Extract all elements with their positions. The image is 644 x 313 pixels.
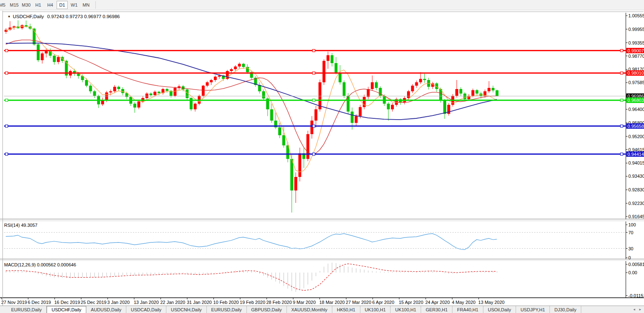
hline-handle[interactable] (620, 153, 623, 155)
symbol-tab-audusd-2[interactable]: AUDUSD,Daily (86, 306, 126, 313)
rsi-axis-label: 100 (628, 222, 636, 227)
symbol-tab-uk100-9[interactable]: UK100,H1 (360, 306, 391, 313)
hline-handle[interactable] (5, 49, 8, 52)
candle-body (230, 69, 233, 71)
timeframe-button-w1[interactable]: W1 (69, 1, 80, 9)
candle-body (154, 92, 156, 95)
hline-handle[interactable] (313, 125, 315, 127)
candle-body (238, 64, 241, 67)
symbol-tab-usdcnh-4[interactable]: USDCNH,Daily (166, 306, 207, 313)
chart-title: ▼USDCHF,Daily0.97243 0.97273 0.96977 0.9… (7, 14, 120, 19)
price-axis-label: 0.98770 (628, 54, 644, 59)
date-axis-label: 18 Mar 2020 (319, 300, 345, 305)
date-axis-label: 3 Jan 2020 (107, 300, 130, 305)
hline-handle[interactable] (5, 72, 8, 74)
candle-body (101, 100, 104, 104)
candle-body (459, 89, 462, 94)
timeframe-button-m5[interactable]: M5 (0, 1, 8, 9)
hline-handle[interactable] (313, 72, 315, 74)
symbol-tab-hk50-8[interactable]: HK50,H1 (332, 306, 360, 313)
candle-body (170, 91, 173, 96)
axis-flag-text: 0.94414 (627, 152, 644, 157)
symbol-tab-usdcad-3[interactable]: USDCAD,Daily (126, 306, 166, 313)
hline-handle[interactable] (5, 99, 8, 101)
timeframe-button-m15[interactable]: M15 (9, 1, 20, 9)
candle-body (443, 100, 446, 114)
candle-body (363, 97, 366, 107)
symbol-tab-xauusd-7[interactable]: XAUUSD,Monthly (287, 306, 332, 313)
candle-body (343, 82, 346, 96)
hline-handle[interactable] (620, 125, 623, 127)
symbol-tab-gbpusd-6[interactable]: GBPUSD,Daily (247, 306, 287, 313)
hline-handle[interactable] (313, 99, 315, 101)
price-axis-label: 0.94015 (628, 160, 644, 165)
date-axis-label: 27 Nov 2019 (1, 300, 27, 305)
timeframe-button-d1[interactable]: D1 (57, 1, 68, 9)
symbol-tab-dj30-15[interactable]: DJ30,Daily (550, 306, 581, 313)
tab-scroll-arrows: ◂ ▸ (632, 307, 642, 312)
tab-scroll-right-icon[interactable]: ▸ (638, 307, 642, 312)
hline-handle[interactable] (5, 125, 8, 127)
candle-body (492, 88, 495, 90)
symbol-tab-eurusd-5[interactable]: EURUSD,Daily (207, 306, 247, 313)
candle-body (137, 101, 140, 108)
rsi-axis-label: 30 (628, 246, 633, 251)
candle-body (488, 88, 490, 91)
candle-body (37, 45, 40, 60)
macd-axis-label: 0.00 (628, 270, 637, 275)
candle-body (194, 104, 197, 109)
timeframe-button-h4[interactable]: H4 (45, 1, 56, 9)
hline-handle[interactable] (620, 99, 623, 101)
candle-body (339, 73, 341, 82)
axis-flag-text: 0.96803 (627, 98, 644, 103)
candle-body (105, 92, 108, 100)
symbol-tab-usdchf-1[interactable]: USDCHF,Daily (47, 306, 86, 313)
symbol-tab-eurusd-0[interactable]: EURUSD,Daily (7, 306, 47, 313)
candle-body (149, 94, 152, 95)
symbol-tab-usdjpy-14[interactable]: USDJPY,H1 (516, 306, 550, 313)
candle-body (294, 177, 297, 191)
chart-background[interactable] (0, 11, 644, 306)
axis-price-flag-0.94414: 0.94414 (626, 151, 644, 157)
hline-handle[interactable] (620, 72, 623, 74)
hline-handle[interactable] (313, 49, 315, 52)
tab-scroll-left-icon[interactable]: ◂ (632, 307, 637, 312)
symbol-tab-ger30-11[interactable]: GER30,H1 (421, 306, 452, 313)
timeframe-button-m30[interactable]: M30 (21, 1, 32, 9)
price-chart-canvas[interactable]: 1.005550.999550.993550.987700.981700.975… (0, 11, 644, 306)
candle-body (174, 88, 177, 96)
rsi-indicator-label: RSI(14) 49.3057 (4, 223, 38, 228)
date-axis-label: 6 Dec 2019 (28, 300, 51, 305)
candle-body (89, 86, 92, 92)
hline-handle[interactable] (620, 49, 623, 52)
symbol-tab-uk100-10[interactable]: UK100,H1 (391, 306, 421, 313)
price-axis-label: 0.95200 (628, 134, 644, 139)
timeframe-button-h1[interactable]: H1 (33, 1, 44, 9)
mt4-terminal: M5M15M30H1H4D1W1MN 1.005550.999550.99355… (0, 0, 644, 313)
candle-body (359, 107, 362, 116)
date-axis-label: 15 Apr 2020 (399, 300, 423, 305)
chart-window[interactable]: 1.005550.999550.993550.987700.981700.975… (0, 11, 644, 306)
axis-price-flag-0.98010: 0.98010 (626, 71, 644, 76)
toolbar-separator (95, 1, 96, 9)
timeframe-button-mn[interactable]: MN (80, 1, 92, 9)
price-axis-label: 0.93430 (628, 174, 644, 179)
price-axis-label: 0.96400 (628, 107, 644, 112)
date-axis-label: 27 Mar 2020 (346, 300, 372, 305)
panel-separator-rsi[interactable] (0, 219, 644, 221)
candle-body (242, 64, 245, 67)
hline-handle[interactable] (313, 153, 315, 155)
symbol-tab-fra40-12[interactable]: FRA40,H1 (452, 306, 483, 313)
candle-body (327, 55, 329, 61)
candle-body (423, 79, 426, 80)
candle-body (411, 86, 414, 92)
candle-body (166, 89, 168, 91)
chevron-down-icon[interactable]: ▼ (7, 15, 11, 19)
price-axis-label: 0.99355 (628, 40, 644, 45)
panel-separator-macd[interactable] (0, 259, 644, 261)
hline-handle[interactable] (5, 153, 8, 155)
date-axis-label: 13 May 2020 (478, 300, 505, 305)
symbol-tab-usoil-13[interactable]: USOil,Daily (483, 306, 516, 313)
macd-indicator-label: MACD(12,26,9) 0.000562 0.000646 (4, 262, 76, 267)
macd-axis-label: -0.011518 (628, 293, 644, 298)
